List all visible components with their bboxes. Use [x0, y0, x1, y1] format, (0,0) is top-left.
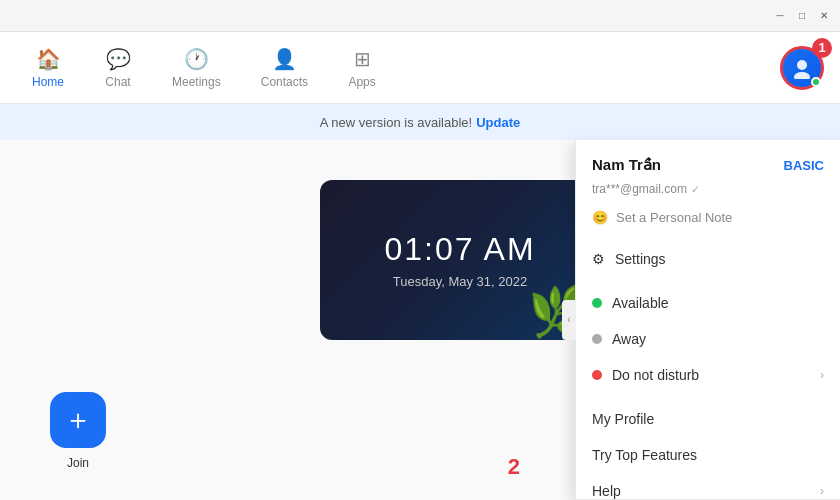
try-top-features-item[interactable]: Try Top Features: [576, 437, 840, 473]
status-away[interactable]: Away: [576, 321, 840, 357]
user-name: Nam Trần: [592, 156, 661, 174]
join-label: Join: [67, 456, 89, 470]
status-dnd[interactable]: Do not disturb ›: [576, 357, 840, 393]
settings-item[interactable]: ⚙ Settings: [576, 241, 840, 277]
away-label: Away: [612, 331, 646, 347]
status-available[interactable]: Available: [576, 285, 840, 321]
available-label: Available: [612, 295, 669, 311]
dropdown-panel: ‹ Nam Trần BASIC tra***@gmail.com ✓ 😊 Se…: [575, 140, 840, 500]
try-top-features-label: Try Top Features: [592, 447, 697, 463]
personal-note-item[interactable]: 😊 Set a Personal Note: [576, 202, 840, 233]
close-button[interactable]: ✕: [816, 8, 832, 24]
nav-item-chat[interactable]: 💬 Chat: [88, 39, 148, 97]
help-label: Help: [592, 483, 621, 499]
nav-label-meetings: Meetings: [172, 75, 221, 89]
nav-label-apps: Apps: [348, 75, 375, 89]
chat-icon: 💬: [106, 47, 131, 71]
dropdown-header: Nam Trần BASIC: [576, 140, 840, 182]
help-chevron-icon: ›: [820, 484, 824, 498]
nav-item-contacts[interactable]: 👤 Contacts: [245, 39, 324, 97]
personal-note-label: Set a Personal Note: [616, 210, 732, 225]
title-bar: ─ □ ✕: [0, 0, 840, 32]
personal-note-emoji: 😊: [592, 210, 608, 225]
svg-point-0: [797, 60, 807, 70]
bottom-badge: 2: [508, 454, 520, 480]
hero-card: 01:07 AM Tuesday, May 31, 2022 🌿: [320, 180, 600, 340]
dnd-chevron-icon: ›: [820, 368, 824, 382]
user-plan-badge: BASIC: [784, 158, 824, 173]
maximize-button[interactable]: □: [794, 8, 810, 24]
nav-item-apps[interactable]: ⊞ Apps: [332, 39, 392, 97]
my-profile-label: My Profile: [592, 411, 654, 427]
join-button[interactable]: ＋: [50, 392, 106, 448]
meetings-icon: 🕐: [184, 47, 209, 71]
contacts-icon: 👤: [272, 47, 297, 71]
email-text: tra***@gmail.com: [592, 182, 687, 196]
panel-collapse-button[interactable]: ‹: [562, 300, 576, 340]
available-dot: [592, 298, 602, 308]
join-container: ＋ Join: [50, 392, 106, 470]
profile-avatar-wrapper: 1: [780, 46, 824, 90]
minimize-button[interactable]: ─: [772, 8, 788, 24]
home-icon: 🏠: [36, 47, 61, 71]
settings-label: Settings: [615, 251, 666, 267]
nav-bar: 🏠 Home 💬 Chat 🕐 Meetings 👤 Contacts ⊞ Ap…: [0, 32, 840, 104]
nav-label-contacts: Contacts: [261, 75, 308, 89]
avatar-icon: [791, 57, 813, 79]
dnd-label: Do not disturb: [612, 367, 699, 383]
hero-date: Tuesday, May 31, 2022: [393, 274, 527, 289]
svg-point-1: [794, 72, 810, 79]
away-dot: [592, 334, 602, 344]
update-banner-text: A new version is available!: [320, 115, 472, 130]
nav-badge: 1: [812, 38, 832, 58]
nav-label-chat: Chat: [105, 75, 130, 89]
settings-icon: ⚙: [592, 251, 605, 267]
nav-item-home[interactable]: 🏠 Home: [16, 39, 80, 97]
hero-time: 01:07 AM: [384, 231, 535, 268]
help-item[interactable]: Help ›: [576, 473, 840, 500]
email-verified-icon: ✓: [691, 183, 700, 196]
user-email: tra***@gmail.com ✓: [576, 182, 840, 202]
my-profile-item[interactable]: My Profile: [576, 401, 840, 437]
main-content: ＋ Join 01:07 AM Tuesday, May 31, 2022 🌿 …: [0, 140, 840, 500]
nav-items: 🏠 Home 💬 Chat 🕐 Meetings 👤 Contacts ⊞ Ap…: [16, 39, 780, 97]
nav-item-meetings[interactable]: 🕐 Meetings: [156, 39, 237, 97]
nav-label-home: Home: [32, 75, 64, 89]
apps-icon: ⊞: [354, 47, 371, 71]
window-controls: ─ □ ✕: [772, 8, 832, 24]
dnd-dot: [592, 370, 602, 380]
avatar-status-dot: [811, 77, 821, 87]
update-link[interactable]: Update: [476, 115, 520, 130]
update-banner: A new version is available! Update: [0, 104, 840, 140]
